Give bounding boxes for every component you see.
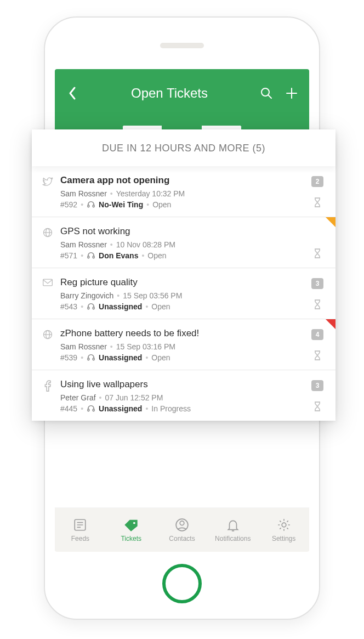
email-icon bbox=[42, 277, 54, 311]
svg-rect-31 bbox=[93, 307, 94, 309]
svg-rect-36 bbox=[93, 358, 94, 360]
ticket-list: Camera app not openingSam Rossner•Yester… bbox=[32, 166, 335, 421]
tab-feeds[interactable]: Feeds bbox=[58, 517, 102, 542]
tab-label: Feeds bbox=[71, 535, 89, 542]
svg-point-17 bbox=[133, 522, 135, 524]
svg-rect-28 bbox=[93, 256, 94, 258]
home-button[interactable] bbox=[162, 564, 202, 603]
tab-notifications[interactable]: Notifications bbox=[211, 517, 255, 542]
ticket-id: #543 bbox=[60, 302, 77, 311]
tab-settings[interactable]: Settings bbox=[262, 517, 306, 542]
requester-name: Sam Rossner bbox=[60, 342, 107, 351]
agent-name: Don Evans bbox=[99, 251, 138, 260]
requester-name: Peter Graf bbox=[60, 393, 96, 402]
headset-icon bbox=[87, 200, 95, 209]
tab-label: Notifications bbox=[215, 535, 251, 542]
requester-name: Sam Rossner bbox=[60, 189, 107, 198]
ticket-id: #571 bbox=[60, 251, 77, 260]
ticket-row[interactable]: GPS not workingSam Rossner•10 Nov 08:28 … bbox=[32, 217, 335, 268]
ticket-right-col bbox=[309, 226, 326, 260]
ticket-meta-line: #571•Don Evans•Open bbox=[60, 251, 303, 260]
priority-flag bbox=[326, 217, 335, 227]
tab-label: Contacts bbox=[169, 535, 195, 542]
twitter-icon bbox=[42, 175, 54, 209]
agent-name: No-Wei Ting bbox=[99, 200, 143, 209]
chevron-left-icon bbox=[67, 86, 77, 101]
search-button[interactable] bbox=[259, 86, 274, 101]
svg-rect-35 bbox=[88, 358, 89, 360]
svg-point-19 bbox=[180, 521, 184, 525]
requester-name: Barry Zingovich bbox=[60, 291, 113, 300]
hourglass-icon bbox=[313, 401, 322, 412]
headset-icon bbox=[87, 302, 95, 311]
ticket-requester-line: Sam Rossner•Yesterday 10:32 PM bbox=[60, 189, 303, 198]
ticket-timestamp: Yesterday 10:32 PM bbox=[116, 189, 185, 198]
ticket-body: Camera app not openingSam Rossner•Yester… bbox=[60, 175, 303, 209]
ticket-requester-line: Sam Rossner•15 Sep 03:16 PM bbox=[60, 342, 303, 351]
ticket-title: GPS not working bbox=[60, 226, 303, 237]
svg-rect-27 bbox=[88, 256, 89, 258]
bell-icon bbox=[225, 517, 241, 533]
ticket-id: #592 bbox=[60, 200, 77, 209]
ticket-timestamp: 10 Nov 08:28 PM bbox=[116, 240, 175, 249]
hourglass-icon bbox=[313, 197, 322, 208]
ticket-right-col: 3 bbox=[309, 277, 326, 311]
ticket-timestamp: 15 Sep 03:16 PM bbox=[116, 342, 175, 351]
hourglass-icon bbox=[313, 299, 322, 310]
svg-rect-29 bbox=[43, 279, 53, 286]
ticket-requester-line: Barry Zingovich•15 Sep 03:56 PM bbox=[60, 291, 303, 300]
ticket-row[interactable]: Reg picture qualityBarry Zingovich•15 Se… bbox=[32, 268, 335, 319]
svg-rect-38 bbox=[93, 409, 94, 411]
agent-name: Unassigned bbox=[99, 353, 142, 362]
ticket-body: Reg picture qualityBarry Zingovich•15 Se… bbox=[60, 277, 303, 311]
plus-icon bbox=[285, 87, 298, 100]
search-icon bbox=[260, 87, 273, 100]
add-button[interactable] bbox=[284, 86, 299, 101]
hourglass-icon bbox=[313, 248, 322, 259]
ticket-meta-line: #539•Unassigned•Open bbox=[60, 353, 303, 362]
ticket-title: Camera app not opening bbox=[60, 175, 303, 186]
feeds-icon bbox=[72, 517, 88, 533]
ticket-status: Open bbox=[151, 353, 170, 362]
svg-line-1 bbox=[268, 95, 271, 98]
headset-icon bbox=[87, 251, 95, 260]
ticket-meta-line: #445•Unassigned•In Progress bbox=[60, 404, 303, 413]
web-icon bbox=[42, 226, 54, 260]
priority-flag bbox=[326, 319, 335, 329]
hourglass-icon bbox=[313, 350, 322, 361]
contacts-icon bbox=[174, 517, 190, 533]
ticket-status: Open bbox=[147, 251, 166, 260]
ticket-row[interactable]: zPhone battery needs to be fixed!Sam Ros… bbox=[32, 319, 335, 370]
ticket-title: zPhone battery needs to be fixed! bbox=[60, 328, 303, 339]
tab-contacts[interactable]: Contacts bbox=[160, 517, 204, 542]
section-header: DUE IN 12 HOURS AND MORE (5) bbox=[32, 129, 335, 166]
ticket-body: Using live wallpapersPeter Graf•07 Jun 1… bbox=[60, 379, 303, 413]
svg-rect-30 bbox=[88, 307, 89, 309]
thread-count-badge: 3 bbox=[311, 380, 323, 391]
gear-icon bbox=[276, 517, 292, 533]
headset-icon bbox=[87, 404, 95, 413]
thread-count-badge: 3 bbox=[311, 278, 323, 289]
ticket-status: Open bbox=[152, 200, 171, 209]
ticket-row[interactable]: Using live wallpapersPeter Graf•07 Jun 1… bbox=[32, 370, 335, 421]
page-title: Open Tickets bbox=[80, 86, 259, 101]
ticket-right-col: 2 bbox=[309, 175, 326, 209]
svg-rect-23 bbox=[93, 205, 94, 207]
tab-label: Tickets bbox=[121, 535, 141, 542]
ticket-id: #539 bbox=[60, 353, 77, 362]
ticket-right-col: 3 bbox=[309, 379, 326, 413]
back-button[interactable] bbox=[65, 86, 80, 101]
ticket-requester-line: Peter Graf•07 Jun 12:52 PM bbox=[60, 393, 303, 402]
ticket-requester-line: Sam Rossner•10 Nov 08:28 PM bbox=[60, 240, 303, 249]
headset-icon bbox=[87, 353, 95, 362]
facebook-icon bbox=[42, 379, 54, 413]
ticket-body: GPS not workingSam Rossner•10 Nov 08:28 … bbox=[60, 226, 303, 260]
ticket-right-col: 4 bbox=[309, 328, 326, 362]
ticket-row[interactable]: Camera app not openingSam Rossner•Yester… bbox=[32, 166, 335, 217]
app-header: Open Tickets bbox=[55, 69, 309, 117]
ticket-meta-line: #592•No-Wei Ting•Open bbox=[60, 200, 303, 209]
requester-name: Sam Rossner bbox=[60, 240, 107, 249]
tab-tickets[interactable]: Tickets bbox=[109, 517, 153, 542]
ticket-body: zPhone battery needs to be fixed!Sam Ros… bbox=[60, 328, 303, 362]
agent-name: Unassigned bbox=[99, 302, 142, 311]
